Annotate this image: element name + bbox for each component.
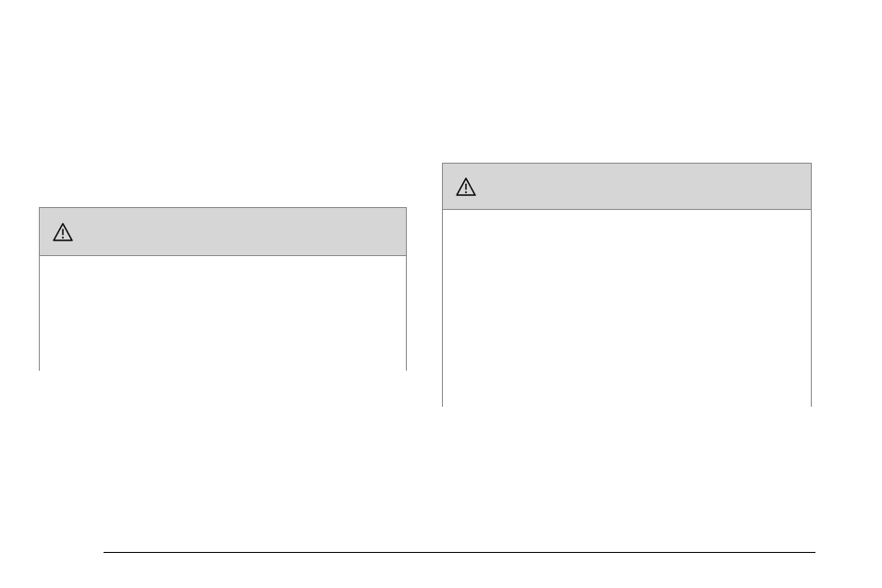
warning-panel-left (39, 207, 407, 371)
warning-icon (456, 178, 476, 196)
horizontal-divider (104, 552, 815, 553)
warning-panel-right (442, 163, 812, 407)
panel-header-left (40, 208, 406, 256)
panel-body-right (443, 210, 811, 407)
svg-point-1 (62, 236, 64, 238)
svg-point-3 (465, 190, 467, 192)
panel-body-left (40, 256, 406, 371)
warning-icon (53, 223, 73, 241)
panel-header-right (443, 164, 811, 210)
